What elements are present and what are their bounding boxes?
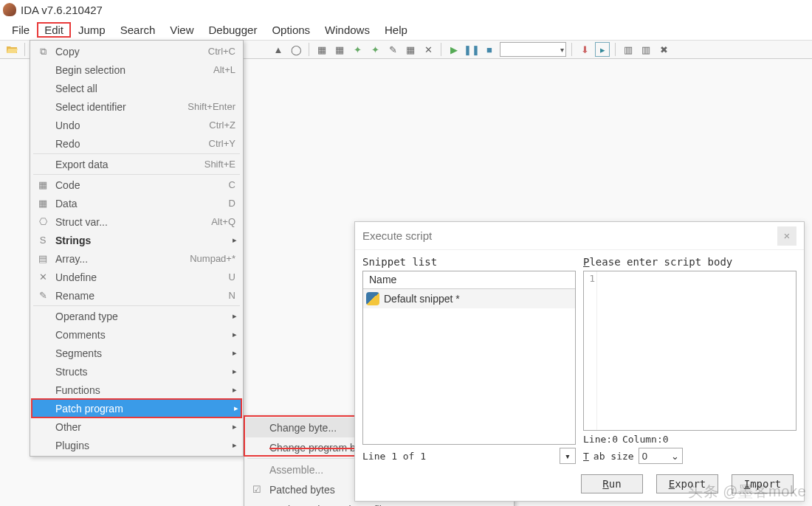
menubar-item-options[interactable]: Options — [264, 22, 317, 38]
menu-item-label: Structs — [51, 366, 235, 378]
export-button[interactable]: Export — [656, 474, 718, 493]
string-icon: S — [35, 235, 51, 246]
menu-item-struct-var-[interactable]: ⎔Struct var...Alt+Q — [32, 212, 241, 231]
menubar: FileEditJumpSearchViewDebuggerOptionsWin… — [0, 19, 812, 40]
menubar-item-debugger[interactable]: Debugger — [202, 22, 265, 38]
menu-shortcut: Ctrl+Y — [209, 138, 235, 149]
menu-item-label: Export data — [51, 159, 204, 170]
menu-shortcut: Numpad+* — [190, 253, 235, 264]
toolbar-icon[interactable]: ✖ — [656, 42, 671, 57]
menu-shortcut: D — [229, 198, 235, 209]
toolbar-icon[interactable]: ▥ — [639, 42, 653, 57]
menu-item-operand-type[interactable]: Operand type▸ — [32, 307, 241, 325]
menubar-item-jump[interactable]: Jump — [71, 22, 113, 38]
menu-shortcut: Alt+Q — [211, 216, 235, 227]
menu-item-label: Rename — [51, 290, 229, 302]
snippet-name: Default snippet * — [384, 293, 460, 305]
script-window-title: Execute script — [362, 229, 432, 242]
lang-dropdown[interactable]: ▾ — [560, 448, 576, 464]
menu-item-select-identifier[interactable]: Select identifierShift+Enter — [32, 97, 241, 116]
tab-size-input[interactable]: 0⌄ — [639, 448, 683, 464]
menu-shortcut: Shift+Enter — [187, 101, 235, 112]
menu-item-plugins[interactable]: Plugins▸ — [32, 436, 241, 454]
menu-item-array-[interactable]: ▤Array...Numpad+* — [32, 249, 241, 268]
editor-label: Please enter script body — [583, 256, 796, 268]
menu-item-label: Strings — [51, 235, 235, 246]
toolbar-icon[interactable]: ▦ — [403, 42, 418, 57]
edit-menu[interactable]: ⧉CopyCtrl+CBegin selectionAlt+LSelect al… — [30, 40, 244, 457]
undefine-icon: ✕ — [35, 271, 51, 283]
menu-item-label: Code — [51, 179, 229, 191]
menu-item-export-data[interactable]: Export dataShift+E — [32, 155, 241, 173]
titlebar: IDA v7.6.210427 — [0, 0, 812, 19]
triangle-icon[interactable]: ▲ — [271, 42, 286, 57]
script-window-titlebar[interactable]: Execute script × — [355, 222, 804, 250]
stop-icon[interactable]: ■ — [482, 42, 497, 57]
menu-item-functions[interactable]: Functions▸ — [32, 381, 241, 399]
menubar-item-edit[interactable]: Edit — [37, 22, 71, 38]
close-button[interactable]: × — [777, 226, 796, 246]
pause-icon[interactable]: ❚❚ — [464, 42, 479, 57]
circle-icon[interactable]: ◯ — [289, 42, 303, 57]
menu-item-comments[interactable]: Comments▸ — [32, 325, 241, 344]
menu-item-patch-program[interactable]: Patch program▸ — [32, 399, 241, 417]
menu-item-label: Data — [51, 198, 229, 209]
snippet-item[interactable]: Default snippet * — [363, 289, 575, 308]
import-button[interactable]: Import — [732, 474, 794, 493]
menubar-item-search[interactable]: Search — [113, 22, 163, 38]
menu-item-strings[interactable]: SStrings▸ — [32, 231, 241, 249]
menu-item-label: Undo — [51, 119, 209, 131]
tab-size-label: T — [583, 451, 589, 462]
menu-item-undo[interactable]: UndoCtrl+Z — [32, 116, 241, 134]
menu-item-label: Begin selection — [51, 64, 213, 76]
menu-item-structs[interactable]: Structs▸ — [32, 362, 241, 381]
menubar-item-view[interactable]: View — [162, 22, 201, 38]
editor-gutter: 1 — [584, 271, 597, 430]
app-icon — [3, 3, 16, 16]
toolbar-icon[interactable]: ▸ — [595, 42, 610, 57]
submenu-arrow-icon: ▸ — [233, 385, 237, 395]
play-icon[interactable]: ▶ — [447, 42, 461, 57]
debugger-combo[interactable] — [500, 42, 566, 57]
menu-shortcut: Ctrl+Z — [209, 119, 235, 131]
submenu-arrow-icon: ▸ — [233, 440, 237, 450]
toolbar-icon[interactable]: ▦ — [332, 42, 347, 57]
menu-shortcut: Ctrl+C — [208, 46, 235, 57]
menu-item-rename[interactable]: ✎RenameN — [32, 286, 241, 305]
copy-icon: ⧉ — [35, 46, 51, 58]
toolbar-icon[interactable]: ⬇ — [577, 42, 592, 57]
toolbar-icon[interactable]: ▦ — [314, 42, 329, 57]
snippet-list[interactable]: Name Default snippet * — [362, 271, 576, 445]
menu-item-redo[interactable]: RedoCtrl+Y — [32, 134, 241, 153]
open-icon[interactable] — [4, 42, 19, 57]
menu-item-undefine[interactable]: ✕UndefineU — [32, 268, 241, 286]
close-icon[interactable]: ✕ — [421, 42, 436, 57]
menu-item-label: Struct var... — [51, 216, 211, 228]
menu-item-other[interactable]: Other▸ — [32, 417, 241, 436]
submenu-item-label: Apply patches to input file... — [265, 504, 506, 507]
menu-item-data[interactable]: ▦DataD — [32, 194, 241, 212]
menubar-item-windows[interactable]: Windows — [317, 22, 377, 38]
menubar-item-file[interactable]: File — [4, 22, 37, 38]
menu-item-copy[interactable]: ⧉CopyCtrl+C — [32, 42, 241, 60]
menubar-item-help[interactable]: Help — [377, 22, 415, 38]
column-header-name[interactable]: Name — [363, 271, 575, 289]
submenu-arrow-icon: ▸ — [233, 311, 237, 321]
menu-item-code[interactable]: ▦CodeC — [32, 176, 241, 194]
script-editor[interactable]: 1 — [583, 271, 796, 431]
menu-item-select-all[interactable]: Select all — [32, 79, 241, 97]
toolbar-icon[interactable]: ✎ — [385, 42, 400, 57]
menu-item-label: Copy — [51, 46, 208, 58]
toolbar-icon[interactable]: ✦ — [350, 42, 365, 57]
submenu-arrow-icon: ▸ — [233, 422, 237, 432]
run-button[interactable]: Run — [581, 474, 643, 493]
menu-item-segments[interactable]: Segments▸ — [32, 344, 241, 362]
submenu-arrow-icon: ▸ — [233, 367, 237, 376]
menu-item-begin-selection[interactable]: Begin selectionAlt+L — [32, 60, 241, 79]
toolbar-icon[interactable]: ✦ — [368, 42, 382, 57]
menu-item-label: Array... — [51, 253, 190, 265]
execute-script-window: Execute script × Snippet list Name Defau… — [354, 221, 805, 502]
check-icon: ☑ — [249, 484, 265, 495]
toolbar-icon[interactable]: ▥ — [621, 42, 636, 57]
struct-icon: ⎔ — [35, 216, 51, 227]
